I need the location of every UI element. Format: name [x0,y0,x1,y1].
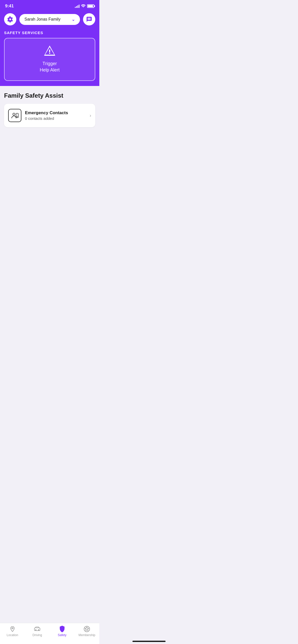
chat-icon [86,16,92,22]
family-selector[interactable]: Sarah Jonas Family ⌄ [19,14,80,25]
safety-services-title: SAFETY SERVICES [4,31,95,35]
emergency-contacts-icon-box [8,109,21,122]
status-icons [75,4,94,8]
emergency-contacts-title: Emergency Contacts [25,110,86,115]
main-content: Family Safety Assist Emergency Contacts … [0,86,99,153]
emergency-info: Emergency Contacts 0 contacts added [25,110,86,121]
signal-icon [75,4,79,8]
family-selector-text: Sarah Jonas Family [24,17,60,22]
status-time: 9:41 [5,4,14,9]
section-title: Family Safety Assist [4,92,95,99]
settings-button[interactable] [4,13,16,25]
warning-icon [44,46,55,58]
emergency-contacts-card[interactable]: Emergency Contacts 0 contacts added › [4,104,95,127]
status-bar: 9:41 [0,0,99,11]
svg-rect-1 [16,113,18,118]
messages-button[interactable] [83,13,95,25]
battery-icon [87,4,94,8]
chevron-right-icon: › [90,113,91,118]
svg-point-0 [13,113,15,115]
emergency-contacts-subtitle: 0 contacts added [25,116,86,121]
trigger-alert-button[interactable]: Trigger Help Alert [4,38,95,81]
safety-services-section: SAFETY SERVICES Trigger Help Alert [0,31,99,86]
gear-icon [7,16,13,22]
wifi-icon [81,4,86,8]
header: Sarah Jonas Family ⌄ [0,11,99,31]
trigger-alert-text: Trigger Help Alert [40,61,60,73]
chevron-down-icon: ⌄ [72,17,75,22]
emergency-contacts-icon [10,112,19,119]
